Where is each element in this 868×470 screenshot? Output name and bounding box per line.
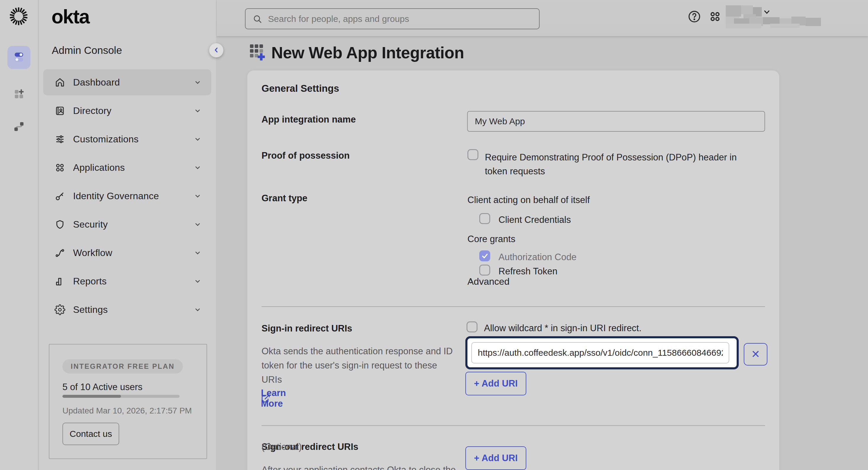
sidebar-collapse-button[interactable]	[209, 43, 223, 57]
help-icon	[687, 10, 701, 23]
sidebar-item-label: Reports	[73, 276, 193, 287]
sidebar-item-label: Dashboard	[73, 77, 193, 88]
signin-uri-field-focused	[465, 336, 739, 370]
sidebar-item-identity-governance[interactable]: Identity Governance	[43, 183, 211, 209]
sidebar-item-workflow[interactable]: Workflow	[43, 240, 211, 266]
sidebar: okta Admin Console Dashboard Directory C…	[39, 0, 216, 470]
chevron-down-icon	[193, 277, 202, 286]
signin-uri-input[interactable]	[471, 342, 729, 363]
contact-us-button[interactable]: Contact us	[62, 423, 119, 445]
refresh-token-label: Refresh Token	[498, 266, 557, 277]
search-icon	[253, 14, 262, 24]
section-title: General Settings	[261, 83, 339, 94]
circles-grid-icon	[55, 162, 65, 173]
client-credentials-checkbox[interactable]	[479, 213, 490, 224]
apps-grid-button[interactable]	[708, 10, 722, 23]
sidebar-item-dashboard[interactable]: Dashboard	[43, 69, 211, 95]
advanced-link[interactable]: Advanced	[467, 277, 475, 285]
authorization-code-checkbox[interactable]	[479, 251, 490, 261]
proof-checkbox-label: Require Demonstrating Proof of Possessio…	[485, 150, 757, 178]
optional-tag: (Optional)	[261, 442, 302, 452]
section-divider	[261, 306, 765, 307]
bar-chart-icon	[55, 276, 65, 287]
shield-icon	[55, 219, 65, 230]
workflows-icon	[13, 120, 25, 134]
user-menu-chevron-icon	[762, 7, 772, 17]
advanced-label: Advanced	[467, 276, 509, 287]
sidebar-item-label: Applications	[73, 162, 193, 173]
gear-icon	[55, 304, 65, 315]
learn-more-link[interactable]: Learn More	[261, 394, 270, 403]
usage-progress-bar	[62, 395, 180, 398]
client-self-heading: Client acting on behalf of itself	[467, 195, 590, 205]
page-title: New Web App Integration	[271, 43, 464, 62]
sidebar-item-reports[interactable]: Reports	[43, 268, 211, 294]
learn-more-label: Learn More	[261, 388, 286, 409]
sidebar-item-directory[interactable]: Directory	[43, 98, 211, 124]
check-icon	[481, 252, 489, 260]
chevron-down-icon	[193, 78, 202, 87]
chevron-down-icon	[193, 248, 202, 257]
admin-console-toggles-icon	[12, 50, 26, 65]
key-icon	[55, 190, 65, 202]
sidebar-item-applications[interactable]: Applications	[43, 154, 211, 180]
signin-description: Okta sends the authentication response a…	[261, 344, 455, 387]
sidebar-item-label: Settings	[73, 304, 193, 315]
workflow-curve-icon	[55, 247, 65, 258]
help-button[interactable]	[687, 10, 701, 23]
app-name-input[interactable]	[467, 111, 765, 132]
signout-uris-row: Sign-out redirect URIs (Optional)	[261, 442, 358, 452]
user-menu-redacted[interactable]	[726, 4, 832, 30]
rail-add-apps-button[interactable]	[7, 83, 30, 106]
sliders-icon	[55, 134, 65, 145]
chevron-down-icon	[193, 106, 202, 115]
global-search[interactable]	[245, 8, 539, 29]
sidebar-item-security[interactable]: Security	[43, 211, 211, 237]
console-title: Admin Console	[52, 45, 122, 56]
chevron-down-icon	[193, 135, 202, 144]
okta-sunburst-logo	[9, 6, 28, 26]
section-divider	[261, 425, 765, 426]
left-rail	[0, 0, 38, 470]
sidebar-item-label: Customizations	[73, 134, 193, 145]
signout-description: After your application contacts Okta to …	[261, 463, 486, 470]
proof-checkbox[interactable]	[467, 149, 478, 160]
apps-grid-icon	[708, 10, 722, 23]
rail-admin-console-button[interactable]	[7, 46, 30, 69]
search-input[interactable]	[268, 14, 532, 24]
plan-badge: INTEGRATOR FREE PLAN	[62, 359, 183, 374]
rail-workflows-button[interactable]	[7, 115, 30, 139]
id-card-icon	[55, 106, 65, 116]
sidebar-item-label: Workflow	[73, 247, 193, 258]
sidebar-menu: Dashboard Directory Customizations Appli…	[43, 69, 211, 325]
home-icon	[55, 77, 65, 88]
sidebar-item-label: Directory	[73, 106, 193, 116]
signin-uris-label: Sign-in redirect URIs	[261, 323, 352, 334]
sidebar-item-label: Security	[73, 219, 193, 230]
sidebar-item-label: Identity Governance	[73, 190, 193, 202]
app-name-label: App integration name	[261, 114, 356, 125]
sidebar-item-customizations[interactable]: Customizations	[43, 126, 211, 152]
okta-logo-text: okta	[52, 5, 89, 28]
chevron-down-icon	[193, 220, 202, 229]
plan-updated-text: Updated Mar 10, 2026, 2:17:57 PM	[62, 406, 192, 415]
client-credentials-label: Client Credentials	[498, 214, 571, 225]
refresh-token-checkbox[interactable]	[479, 265, 490, 275]
chevron-left-icon	[212, 46, 220, 55]
wildcard-label: Allow wildcard * in sign-in URI redirect…	[484, 323, 641, 333]
plan-box: INTEGRATOR FREE PLAN 5 of 10 Active user…	[49, 344, 207, 459]
sidebar-item-settings[interactable]: Settings	[43, 297, 211, 323]
remove-uri-button[interactable]: ✕	[744, 343, 767, 365]
authorization-code-label: Authorization Code	[498, 252, 577, 263]
topbar	[217, 0, 868, 36]
grid-plus-icon	[249, 44, 267, 62]
wildcard-checkbox[interactable]	[467, 321, 477, 332]
progress-fill	[62, 395, 121, 398]
add-signin-uri-button[interactable]: + Add URI	[465, 372, 526, 395]
okta-admin-console: okta Admin Console Dashboard Directory C…	[0, 0, 868, 470]
add-signout-uri-button[interactable]: + Add URI	[465, 446, 526, 470]
chevron-down-icon	[193, 163, 202, 172]
proof-label: Proof of possession	[261, 150, 350, 161]
add-apps-grid-icon	[13, 88, 25, 101]
grant-type-label: Grant type	[261, 193, 307, 204]
